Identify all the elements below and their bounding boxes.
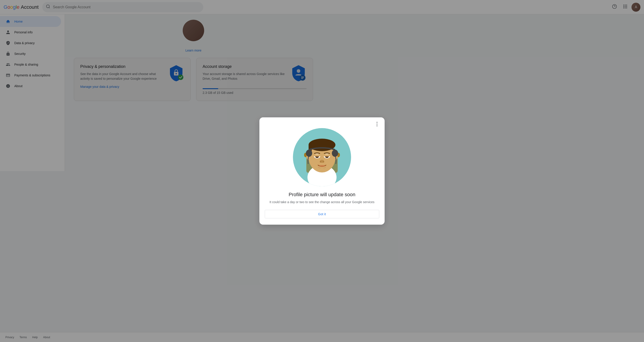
profile-update-dialog: Profile picture will update soon It coul… [260, 117, 322, 171]
cartoon-avatar-svg [293, 128, 322, 171]
dialog-avatar [293, 128, 322, 171]
svg-point-38 [320, 161, 322, 162]
svg-rect-35 [314, 154, 320, 156]
dialog-header [260, 117, 322, 128]
svg-point-40 [306, 150, 312, 157]
modal-overlay: Profile picture will update soon It coul… [0, 0, 322, 171]
